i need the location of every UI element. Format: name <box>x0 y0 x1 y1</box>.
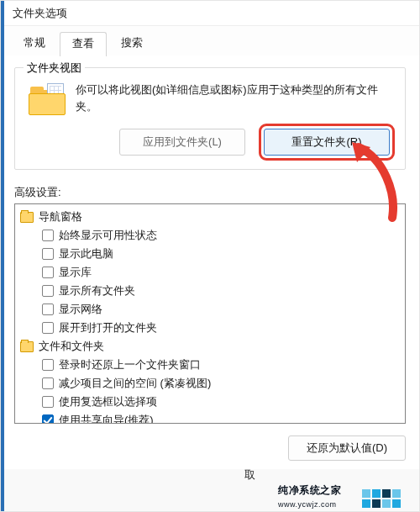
tree-checkbox-item[interactable]: 始终显示可用性状态 <box>20 226 400 245</box>
tree-node-nav-pane[interactable]: 导航窗格 <box>20 208 400 226</box>
tree-label: 减少项目之间的空间 (紧凑视图) <box>59 374 211 393</box>
tree-checkbox-item[interactable]: 展开到打开的文件夹 <box>20 319 400 337</box>
tabs-bar: 常规 查看 搜索 <box>1 26 419 55</box>
folder-icon <box>29 83 66 117</box>
folder-mini-icon <box>20 341 34 352</box>
tree-label: 显示此电脑 <box>59 245 113 263</box>
reset-folders-button[interactable]: 重置文件夹(R) <box>264 129 390 156</box>
checkbox-icon[interactable] <box>42 414 54 424</box>
tree-checkbox-item[interactable]: 显示所有文件夹 <box>20 282 400 300</box>
tree-label: 显示库 <box>59 263 92 282</box>
tree-label: 导航窗格 <box>39 208 82 226</box>
checkbox-icon[interactable] <box>42 230 54 241</box>
tree-label: 登录时还原上一个文件夹窗口 <box>59 356 201 374</box>
apply-to-folders-button: 应用到文件夹(L) <box>119 129 245 156</box>
truncated-button-label: 取 <box>244 467 255 483</box>
tree-checkbox-item[interactable]: 显示此电脑 <box>20 245 400 263</box>
tree-checkbox-item[interactable]: 登录时还原上一个文件夹窗口 <box>20 356 400 374</box>
watermark-text: 纯净系统之家 www.ycwjz.com <box>278 483 341 509</box>
tree-checkbox-item[interactable]: 使用复选框以选择项 <box>20 393 400 411</box>
tree-checkbox-item[interactable]: 显示库 <box>20 263 400 282</box>
folder-views-legend: 文件夹视图 <box>24 61 85 76</box>
checkbox-icon[interactable] <box>42 322 54 334</box>
advanced-settings-label: 高级设置: <box>14 185 406 200</box>
folder-mini-icon <box>20 212 34 223</box>
tab-view[interactable]: 查看 <box>60 32 107 56</box>
advanced-settings-tree[interactable]: 导航窗格 始终显示可用性状态 显示此电脑 显示库 显示所有文件夹 显示网络 展开… <box>14 203 406 424</box>
tree-label: 使用复选框以选择项 <box>59 393 157 411</box>
checkbox-icon[interactable] <box>42 377 54 389</box>
checkbox-icon[interactable] <box>42 267 54 278</box>
tree-label: 始终显示可用性状态 <box>59 226 157 245</box>
tab-general[interactable]: 常规 <box>11 31 58 55</box>
checkbox-icon[interactable] <box>42 359 54 371</box>
tree-node-files-folders[interactable]: 文件和文件夹 <box>20 337 400 356</box>
tab-search[interactable]: 搜索 <box>108 31 155 55</box>
tree-checkbox-item[interactable]: 使用共享向导(推荐) <box>20 411 400 424</box>
checkbox-icon[interactable] <box>42 304 54 315</box>
folder-views-description: 你可以将此视图(如详细信息或图标)应用于这种类型的所有文件夹。 <box>76 82 391 114</box>
tree-checkbox-item[interactable]: 减少项目之间的空间 (紧凑视图) <box>20 374 400 393</box>
tree-label: 文件和文件夹 <box>39 337 104 356</box>
checkbox-icon[interactable] <box>42 248 54 260</box>
dialog-title: 文件夹选项 <box>1 1 419 26</box>
tree-label: 使用共享向导(推荐) <box>59 411 154 424</box>
watermark-logo <box>362 489 409 508</box>
restore-defaults-button[interactable]: 还原为默认值(D) <box>288 435 406 461</box>
tree-label: 显示所有文件夹 <box>59 282 135 300</box>
folder-views-group: 文件夹视图 你可以将此视图(如详细信息或图标)应用于这种类型的所有文件夹。 应用… <box>14 67 406 170</box>
tree-label: 展开到打开的文件夹 <box>59 319 157 337</box>
checkbox-icon[interactable] <box>42 396 54 408</box>
tree-label: 显示网络 <box>59 300 102 319</box>
tree-checkbox-item[interactable]: 显示网络 <box>20 300 400 319</box>
checkbox-icon[interactable] <box>42 285 54 297</box>
